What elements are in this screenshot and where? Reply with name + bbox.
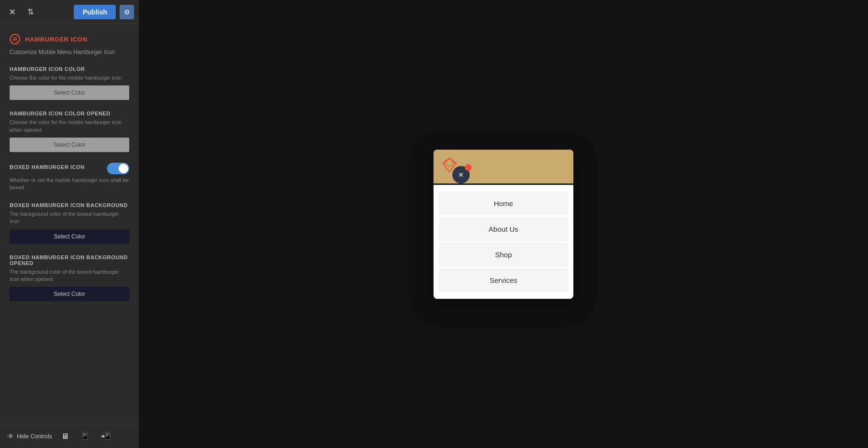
boxed-hamburger-bg-select-button[interactable]: Select Color: [10, 229, 129, 244]
section-desc: Customize Mobile Menu Hamburger Icon: [10, 48, 129, 56]
bottom-bar: 👁 Hide Controls 🖥 📱 📲: [0, 424, 139, 448]
sort-button[interactable]: ⇅: [23, 5, 38, 19]
menu-item-home[interactable]: Home: [438, 192, 569, 215]
boxed-hamburger-toggle[interactable]: [107, 163, 129, 174]
control-desc-hamburger-color-opened: Choose the color for the mobile hamburge…: [10, 119, 129, 134]
hamburger-icon-symbol: [10, 34, 20, 44]
topbar: ✕ ⇅ Publish ⚙: [0, 0, 139, 24]
control-hamburger-icon-color-opened: HAMBURGER ICON COLOR OPENED Choose the c…: [10, 111, 129, 152]
mobile-view-button[interactable]: 📲: [99, 430, 112, 443]
control-desc-hamburger-color: Choose the color for the mobile hamburge…: [10, 74, 129, 82]
close-button[interactable]: ✕: [5, 5, 19, 19]
svg-marker-1: [445, 158, 454, 167]
control-label-boxed-hamburger: BOXED HAMBURGER ICON: [10, 164, 84, 170]
publish-button[interactable]: Publish: [74, 5, 116, 19]
hide-controls-button[interactable]: 👁 Hide Controls: [7, 433, 52, 440]
desktop-view-button[interactable]: 🖥: [59, 430, 71, 443]
control-label-hamburger-color-opened: HAMBURGER ICON COLOR OPENED: [10, 111, 129, 116]
menu-item-shop[interactable]: Shop: [438, 243, 569, 266]
control-hamburger-icon-color: HAMBURGER ICON COLOR Choose the color fo…: [10, 66, 129, 100]
control-desc-boxed-hamburger: Whether or not the mobile hamburger icon…: [10, 177, 129, 192]
sidebar-content: HAMBURGER ICON Customize Mobile Menu Ham…: [0, 24, 139, 424]
section-header: HAMBURGER ICON: [10, 34, 129, 44]
sidebar: ✕ ⇅ Publish ⚙ HAMBURGER ICON Customize M…: [0, 0, 139, 448]
hamburger-color-opened-select-button[interactable]: Select Color: [10, 138, 129, 152]
control-label-boxed-hamburger-bg: BOXED HAMBURGER ICON BACKGROUND: [10, 202, 129, 208]
close-x-icon: ✕: [458, 171, 464, 179]
control-label-boxed-hamburger-bg-opened: BOXED HAMBURGER ICON BACKGROUND OPENED: [10, 254, 129, 266]
red-dot-indicator: [465, 164, 472, 171]
section-title: HAMBURGER ICON: [25, 36, 87, 43]
menu-item-services[interactable]: Services: [438, 268, 569, 292]
tablet-view-button[interactable]: 📱: [78, 430, 92, 443]
eye-icon: 👁: [7, 433, 14, 440]
control-boxed-hamburger-bg-opened: BOXED HAMBURGER ICON BACKGROUND OPENED T…: [10, 254, 129, 302]
mobile-menu-area: Home About Us Shop Services: [434, 185, 573, 299]
hide-controls-label: Hide Controls: [17, 433, 52, 440]
control-desc-boxed-hamburger-bg-opened: The background color of the boxed hambur…: [10, 268, 129, 283]
control-boxed-hamburger-bg: BOXED HAMBURGER ICON BACKGROUND The back…: [10, 202, 129, 244]
menu-item-about[interactable]: About Us: [438, 217, 569, 241]
control-desc-boxed-hamburger-bg: The background color of the boxed hambur…: [10, 210, 129, 225]
mobile-close-button[interactable]: ✕: [452, 166, 470, 183]
hamburger-color-select-button[interactable]: Select Color: [10, 85, 129, 100]
canvas-area: ✕ Home About Us Shop Services: [139, 0, 868, 448]
settings-button[interactable]: ⚙: [120, 5, 134, 19]
mobile-header: ✕: [434, 150, 573, 183]
control-boxed-hamburger: BOXED HAMBURGER ICON Whether or not the …: [10, 163, 129, 192]
control-label-hamburger-color: HAMBURGER ICON COLOR: [10, 66, 129, 72]
toggle-row: BOXED HAMBURGER ICON: [10, 163, 129, 174]
boxed-hamburger-bg-opened-select-button[interactable]: Select Color: [10, 287, 129, 301]
mobile-preview: ✕ Home About Us Shop Services: [434, 150, 573, 299]
